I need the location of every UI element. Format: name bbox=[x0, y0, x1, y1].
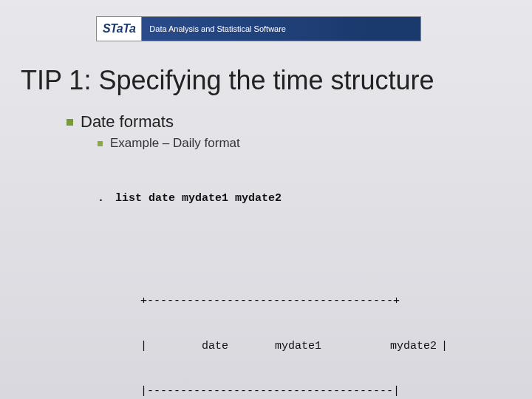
square-bullet-icon bbox=[98, 141, 103, 146]
col-header-date: date bbox=[147, 339, 233, 354]
prompt-dot: . bbox=[98, 191, 105, 206]
col-header-mydate2: mydate2 bbox=[326, 339, 441, 354]
banner-tagline: Data Analysis and Statistical Software bbox=[142, 16, 421, 41]
col-header-mydate1: mydate1 bbox=[233, 339, 326, 354]
command-line: . list date mydate1 mydate2 bbox=[98, 191, 502, 206]
content-area: Date formats Example – Daily format . li… bbox=[66, 112, 502, 399]
code-block: . list date mydate1 mydate2 +-----------… bbox=[98, 161, 502, 399]
logo-text: STaTa bbox=[103, 22, 135, 35]
table-header-row: | date mydate1 mydate2 | bbox=[111, 339, 502, 354]
bullet-level-2: Example – Daily format bbox=[98, 136, 502, 151]
bullet-level-1: Date formats bbox=[66, 112, 502, 132]
bullet-text-1: Date formats bbox=[81, 112, 174, 132]
stata-logo: STaTa bbox=[96, 16, 142, 41]
command-text: list date mydate1 mydate2 bbox=[115, 191, 282, 206]
output-table: +-------------------------------------+ … bbox=[111, 265, 502, 400]
slide-title: TIP 1: Specifying the time structure bbox=[21, 65, 434, 96]
border-top: +-------------------------------------+ bbox=[140, 294, 400, 309]
border-mid: |-------------------------------------| bbox=[140, 384, 400, 399]
square-bullet-icon bbox=[66, 119, 73, 126]
bullet-text-2: Example – Daily format bbox=[110, 136, 240, 151]
stata-banner: STaTa Data Analysis and Statistical Soft… bbox=[96, 16, 421, 41]
